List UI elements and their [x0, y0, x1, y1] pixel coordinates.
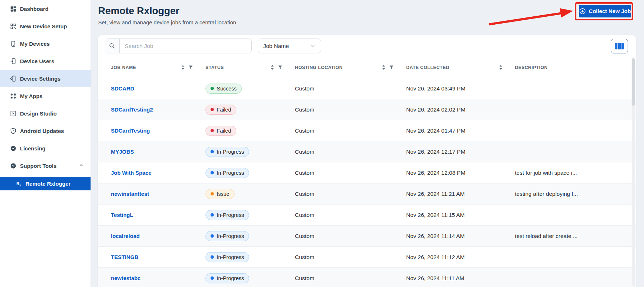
plus-circle-icon	[579, 8, 586, 15]
jobs-card: Job Name JOB NAME STATUS HOSTING LOCATIO…	[98, 35, 636, 287]
sidebar-item-my-devices[interactable]: My Devices	[0, 35, 91, 52]
filter-field-value: Job Name	[263, 43, 289, 49]
svg-text:?: ?	[12, 163, 14, 167]
sidebar-item-design-studio[interactable]: Design Studio	[0, 105, 91, 122]
status-badge: In-Progress	[205, 252, 249, 262]
status-dot	[211, 171, 214, 174]
status-dot	[211, 108, 214, 111]
filter-field-dropdown[interactable]: Job Name	[258, 39, 321, 53]
status-label: Failed	[217, 107, 231, 113]
job-name-link[interactable]: SDCardTesting	[111, 128, 150, 134]
table-row: MYJOBS In-Progress Custom Nov 26, 2024 1…	[98, 141, 636, 162]
table-row: localreload In-Progress Custom Nov 26, 2…	[98, 226, 636, 247]
job-name-link[interactable]: SDCARD	[111, 85, 134, 92]
job-name-link[interactable]: Job With Space	[111, 170, 152, 176]
job-name-link[interactable]: newinstanttest	[111, 191, 149, 197]
dashboard-icon	[9, 5, 17, 12]
status-badge: In-Progress	[205, 210, 249, 220]
sort-icon[interactable]	[499, 65, 503, 70]
table-header-row: JOB NAME STATUS HOSTING LOCATION DATE CO…	[98, 57, 636, 78]
collect-new-job-label: Collect New Job	[589, 8, 631, 14]
column-header-date-collected: DATE COLLECTED	[406, 65, 515, 70]
job-name-link[interactable]: TestingL	[111, 212, 133, 218]
sidebar-item-label: My Devices	[20, 41, 50, 47]
status-dot	[211, 255, 214, 259]
status-label: In-Progress	[217, 212, 244, 218]
description-cell: testing after deploying f...	[515, 191, 621, 197]
column-settings-button[interactable]	[611, 39, 628, 53]
search-input[interactable]	[120, 39, 251, 53]
chevron-up-icon[interactable]	[78, 162, 84, 170]
table-row: SDCARD Success Custom Nov 26, 2024 03:49…	[98, 78, 636, 99]
status-badge: Failed	[205, 126, 236, 136]
search-icon[interactable]	[105, 39, 120, 53]
job-name-link[interactable]: MYJOBS	[111, 149, 134, 155]
sidebar-item-device-users[interactable]: Device Users	[0, 52, 91, 70]
sidebar-item-new-device-setup[interactable]: New Device Setup	[0, 17, 91, 35]
status-badge: In-Progress	[205, 273, 249, 283]
sidebar-item-label: My Apps	[20, 93, 43, 99]
column-header-description: DESCRIPTION	[515, 65, 621, 70]
page-title: Remote Rxlogger	[98, 5, 180, 17]
hosting-location-cell: Custom	[295, 149, 406, 155]
date-collected-cell: Nov 26, 2024 12:08 PM	[406, 170, 515, 176]
filter-icon[interactable]	[389, 65, 394, 70]
filter-icon[interactable]	[278, 65, 283, 70]
date-collected-cell: Nov 26, 2024 11:11 AM	[406, 275, 515, 282]
sidebar: Dashboard New Device Setup My Devices De…	[0, 0, 91, 287]
status-badge: Issue	[205, 189, 235, 199]
hosting-location-cell: Custom	[295, 254, 406, 260]
status-label: In-Progress	[217, 275, 244, 281]
status-dot	[211, 192, 214, 195]
job-name-link[interactable]: localreload	[111, 233, 140, 239]
status-label: In-Progress	[217, 170, 244, 176]
rx-icon: Rx	[15, 180, 23, 187]
status-dot	[211, 234, 214, 238]
sidebar-item-label: Licensing	[20, 145, 45, 151]
svg-text:x: x	[19, 183, 21, 187]
job-name-link[interactable]: SDCardTesting2	[111, 106, 153, 113]
hosting-location-cell: Custom	[295, 212, 406, 218]
filter-icon[interactable]	[188, 65, 193, 70]
job-name-link[interactable]: TESTINGB	[111, 254, 139, 260]
status-dot	[211, 150, 214, 153]
status-label: Success	[217, 86, 237, 92]
sort-icon[interactable]	[181, 65, 185, 70]
status-badge: In-Progress	[205, 147, 249, 157]
table-scrollbar-thumb[interactable]	[632, 58, 635, 106]
sidebar-item-label: Android Updates	[20, 128, 64, 134]
sidebar-item-support-tools[interactable]: ? Support Tools	[0, 157, 91, 174]
status-label: Failed	[217, 128, 231, 134]
date-collected-cell: Nov 26, 2024 02:02 PM	[406, 106, 515, 113]
table-row: newinstanttest Issue Custom Nov 26, 2024…	[98, 183, 636, 205]
sidebar-item-android-updates[interactable]: Android Updates	[0, 122, 91, 140]
column-header-status: STATUS	[205, 65, 295, 70]
sidebar-subitem-label: Remote Rxlogger	[25, 181, 71, 187]
sidebar-item-licensing[interactable]: Licensing	[0, 140, 91, 157]
sidebar-item-my-apps[interactable]: My Apps	[0, 87, 91, 105]
sidebar-item-device-settings[interactable]: Device Settings	[0, 70, 91, 87]
sidebar-item-label: Dashboard	[20, 6, 48, 12]
date-collected-cell: Nov 26, 2024 11:12 AM	[406, 254, 515, 260]
sidebar-item-label: Support Tools	[20, 163, 57, 169]
table-row: Job With Space In-Progress Custom Nov 26…	[98, 162, 636, 183]
job-name-link[interactable]: newtestabc	[111, 275, 141, 281]
status-badge: Failed	[205, 105, 236, 115]
sort-icon[interactable]	[382, 65, 385, 70]
collect-new-job-button[interactable]: Collect New Job	[579, 5, 631, 17]
date-collected-cell: Nov 26, 2024 11:15 AM	[406, 212, 515, 218]
sidebar-item-dashboard[interactable]: Dashboard	[0, 0, 91, 17]
annotation-arrow	[484, 5, 578, 29]
sort-icon[interactable]	[271, 65, 274, 70]
column-header-job-name: JOB NAME	[111, 65, 205, 70]
description-cell: test reload after create ...	[515, 233, 621, 239]
hosting-location-cell: Custom	[295, 275, 406, 282]
status-dot	[211, 87, 214, 90]
hosting-location-cell: Custom	[295, 233, 406, 239]
status-badge: In-Progress	[205, 231, 249, 241]
shield-icon	[9, 127, 17, 134]
status-label: In-Progress	[217, 233, 244, 239]
hosting-location-cell: Custom	[295, 85, 406, 92]
table-row: TestingL In-Progress Custom Nov 26, 2024…	[98, 205, 636, 226]
sidebar-item-remote-rxlogger[interactable]: Rx Remote Rxlogger	[0, 177, 91, 190]
